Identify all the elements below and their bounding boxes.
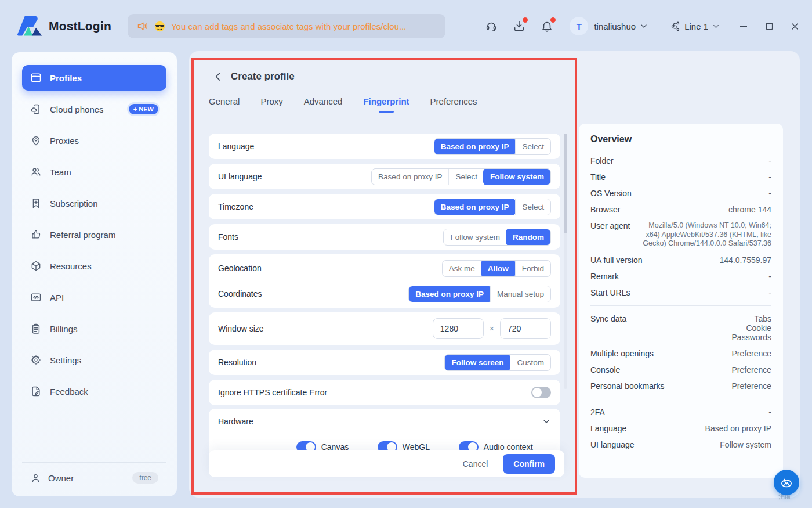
- overview-row-user-agent: User agentMozilla/5.0 (Windows NT 10.0; …: [590, 218, 771, 252]
- option-select[interactable]: Select: [515, 199, 550, 215]
- sidebar-item-billings[interactable]: Billings: [22, 316, 166, 341]
- option-follow-screen[interactable]: Follow screen: [444, 354, 510, 371]
- bookmark-plus-icon: [30, 197, 42, 209]
- line-selector[interactable]: Line 1: [670, 21, 720, 32]
- sidebar-item-resources[interactable]: Resources: [22, 253, 166, 279]
- thumbs-up-icon: [30, 229, 42, 240]
- window-minimize-button[interactable]: [731, 13, 756, 39]
- confirm-button[interactable]: Confirm: [503, 454, 555, 474]
- sidebar-item-api[interactable]: API: [22, 284, 166, 310]
- browser-window-icon: [30, 72, 42, 84]
- sidebar-item-label: Settings: [50, 355, 81, 365]
- overview-row-language: LanguageBased on proxy IP: [590, 420, 771, 437]
- row-label: Language: [218, 142, 254, 151]
- cancel-button[interactable]: Cancel: [463, 459, 488, 469]
- row-window-size: Window size ×: [218, 312, 551, 345]
- sidebar-item-label: Billings: [50, 324, 78, 334]
- row-resolution: Resolution Follow screen Custom: [218, 350, 551, 375]
- window-height-input[interactable]: [500, 318, 551, 339]
- location-pin-icon: [30, 135, 42, 146]
- sidebar-item-label: Profiles: [50, 73, 82, 83]
- row-coordinates: Coordinates Based on proxy IP Manual set…: [218, 281, 551, 307]
- new-badge: + NEW: [129, 104, 158, 114]
- overview-title: Overview: [590, 134, 771, 145]
- sidebar-item-team[interactable]: Team: [22, 159, 166, 185]
- sidebar-item-label: API: [50, 293, 64, 302]
- fingerprint-settings-list: Language Based on proxy IP Select UI lan…: [209, 134, 560, 470]
- row-ui-language: UI language Based on proxy IP Select Fol…: [218, 164, 551, 189]
- sidebar-owner-row[interactable]: Owner free: [22, 462, 166, 487]
- sunglasses-emoji-icon: [154, 20, 166, 33]
- owner-label: Owner: [48, 473, 74, 483]
- tab-preferences[interactable]: Preferences: [430, 96, 477, 113]
- announcement-banner[interactable]: You can add tags and associate tags with…: [128, 14, 445, 38]
- api-code-icon: [30, 291, 42, 303]
- overview-row-os-version: OS Version-: [590, 185, 771, 201]
- notifications-badge-dot: [550, 17, 556, 23]
- tab-advanced[interactable]: Advanced: [304, 96, 343, 113]
- tab-proxy[interactable]: Proxy: [260, 96, 282, 113]
- option-based-on-proxy-ip[interactable]: Based on proxy IP: [434, 138, 516, 155]
- row-ignore-https: Ignore HTTPS certificate Error: [218, 380, 551, 405]
- window-width-input[interactable]: [433, 318, 484, 339]
- topbar: MostLogin You can add tags and associate…: [0, 0, 812, 52]
- option-forbid[interactable]: Forbid: [515, 261, 550, 276]
- option-based-on-proxy-ip[interactable]: Based on proxy IP: [434, 199, 516, 215]
- option-manual-setup[interactable]: Manual setup: [490, 286, 550, 302]
- window-maximize-button[interactable]: [756, 13, 782, 39]
- collapse-chevron-icon[interactable]: [542, 417, 551, 426]
- support-float-button[interactable]: [774, 470, 799, 495]
- sidebar-item-settings[interactable]: Settings: [22, 347, 166, 373]
- row-fonts: Fonts Follow system Random: [218, 224, 551, 250]
- row-hardware: Hardware: [218, 409, 551, 434]
- sidebar-item-label: Referral program: [50, 230, 115, 240]
- window-close-button[interactable]: [782, 13, 807, 39]
- overview-row-sync-data: Sync dataTabs Cookie Passwords: [590, 311, 771, 345]
- divider: [590, 399, 771, 399]
- option-custom[interactable]: Custom: [510, 355, 550, 370]
- sidebar-item-proxies[interactable]: Proxies: [22, 128, 166, 153]
- option-random[interactable]: Random: [506, 229, 551, 246]
- option-allow[interactable]: Allow: [481, 260, 516, 277]
- user-menu[interactable]: T tinaliushuo: [570, 17, 648, 35]
- overview-panel: Overview Folder- Title- OS Version- Brow…: [579, 124, 783, 478]
- network-line-icon: [670, 21, 681, 32]
- tab-general[interactable]: General: [209, 96, 240, 113]
- download-icon[interactable]: [509, 16, 529, 36]
- ui-language-segment: Based on proxy IP Select Follow system: [371, 168, 551, 185]
- banner-message: You can add tags and associate tags with…: [171, 21, 407, 31]
- back-button[interactable]: [212, 71, 224, 82]
- overview-row-browser: Browserchrome 144: [590, 201, 771, 218]
- sidebar-item-cloud-phones[interactable]: Cloud phones + NEW: [22, 96, 166, 122]
- row-label: Window size: [218, 324, 264, 333]
- feedback-document-icon: [30, 385, 42, 397]
- option-select[interactable]: Select: [448, 169, 484, 185]
- option-based-on-proxy-ip[interactable]: Based on proxy IP: [372, 169, 448, 185]
- chevron-down-icon: [712, 22, 720, 31]
- option-select[interactable]: Select: [515, 139, 550, 154]
- tab-fingerprint[interactable]: Fingerprint: [363, 96, 409, 113]
- notifications-bell-icon[interactable]: [537, 16, 557, 36]
- sidebar-item-referral-program[interactable]: Referral program: [22, 222, 166, 247]
- user-name: tinaliushuo: [594, 21, 636, 31]
- resolution-segment: Follow screen Custom: [444, 354, 551, 371]
- option-follow-system[interactable]: Follow system: [483, 168, 551, 185]
- scrollbar-track[interactable]: [564, 134, 567, 389]
- ignore-https-toggle[interactable]: [531, 387, 551, 398]
- clipboard-icon: [30, 323, 42, 334]
- option-follow-system[interactable]: Follow system: [444, 229, 506, 245]
- sidebar-item-profiles[interactable]: Profiles: [22, 65, 166, 91]
- option-based-on-proxy-ip[interactable]: Based on proxy IP: [408, 286, 491, 302]
- sidebar-item-label: Feedback: [50, 387, 88, 397]
- sidebar-item-feedback[interactable]: Feedback: [22, 379, 166, 404]
- option-ask-me[interactable]: Ask me: [443, 261, 481, 276]
- main-content: Create profile General Proxy Advanced Fi…: [189, 51, 800, 498]
- support-headset-icon[interactable]: [481, 16, 501, 36]
- row-geolocation: Geolocation Ask me Allow Forbid: [218, 255, 551, 281]
- scrollbar-thumb[interactable]: [564, 134, 567, 233]
- app-name: MostLogin: [49, 19, 111, 33]
- row-timezone: Timezone Based on proxy IP Select: [218, 194, 551, 219]
- sidebar-item-subscription[interactable]: Subscription: [22, 190, 166, 216]
- overview-row-start-urls: Start URLs-: [590, 284, 771, 301]
- timezone-segment: Based on proxy IP Select: [434, 199, 551, 215]
